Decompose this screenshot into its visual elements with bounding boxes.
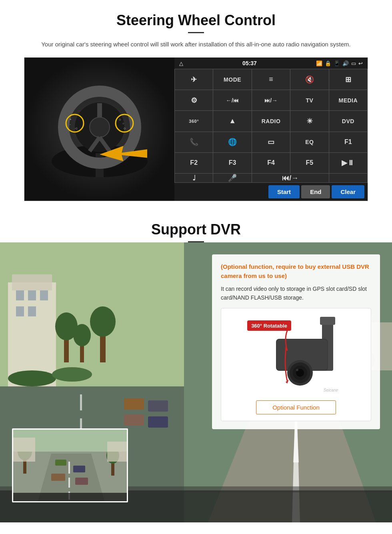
hu-settings-btn[interactable]: ⚙ [175, 90, 213, 110]
camera-svg: 360° Rotatable Seicane [244, 315, 348, 395]
headunit-statusbar: △ 05:37 📶 🔒 📱 🔊 ▭ ↩ [174, 58, 368, 69]
svg-rect-21 [16, 290, 24, 300]
svg-rect-88 [13, 493, 128, 502]
hu-skip-btn[interactable]: ⏮/→ [252, 174, 329, 182]
svg-text:360° Rotatable: 360° Rotatable [251, 323, 287, 329]
section1-title: Steering Wheel Control [24, 12, 368, 29]
hu-f5-btn[interactable]: F5 [290, 153, 328, 173]
statusbar-right-icons: 📶 🔒 📱 🔊 ▭ ↩ [316, 60, 363, 66]
hu-playpause-btn[interactable]: ▶⏸ [329, 153, 367, 173]
hu-f1-btn[interactable]: F1 [329, 132, 367, 152]
hu-eq-btn[interactable]: EQ [290, 132, 328, 152]
start-button[interactable]: Start [268, 185, 300, 198]
hu-f3-btn[interactable]: F3 [213, 153, 251, 173]
hu-prev-btn[interactable]: ←/⏮ [213, 90, 251, 110]
end-button[interactable]: End [301, 185, 330, 198]
headunit-ui-panel: △ 05:37 📶 🔒 📱 🔊 ▭ ↩ ✈ MODE ≡ 🔇 [174, 58, 368, 201]
back-icon: ↩ [358, 60, 363, 66]
lock-icon: 🔒 [325, 60, 331, 66]
statusbar-time: 05:37 [242, 60, 257, 66]
dvr-thumbnail [12, 428, 128, 502]
svg-point-31 [90, 306, 116, 337]
hu-web-btn[interactable]: 🌐 [213, 132, 251, 152]
svg-text:-: - [70, 122, 71, 126]
optional-function-button[interactable]: Optional Function [256, 400, 336, 414]
steering-wheel-inner: + - ◁ ◇ ○ ◇ [24, 58, 174, 201]
svg-rect-59 [320, 317, 335, 325]
headunit-action-bar: Start End Clear [174, 183, 368, 201]
hu-screen2-btn[interactable]: ▭ [252, 132, 290, 152]
svg-point-29 [73, 324, 91, 346]
svg-text:◇: ◇ [124, 127, 126, 130]
svg-rect-38 [124, 398, 144, 410]
section1-subtitle: Your original car's steering wheel contr… [24, 40, 368, 49]
svg-rect-77 [55, 460, 66, 466]
dvr-optional-text: (Optional function, require to buy exter… [221, 262, 371, 280]
svg-rect-80 [75, 478, 88, 485]
hu-tv-btn[interactable]: TV [290, 90, 328, 110]
svg-rect-24 [16, 306, 24, 316]
steering-wheel-svg: + - ◁ ◇ ○ ◇ [52, 81, 148, 177]
section2-title: Support DVR [0, 221, 392, 238]
dvr-content-area: (Optional function, require to buy exter… [0, 242, 392, 522]
camera-visual: 360° Rotatable Seicane [244, 315, 348, 395]
svg-text:○: ○ [122, 122, 124, 125]
svg-text:Seicane: Seicane [324, 388, 338, 392]
hu-music-btn[interactable]: ♩ [175, 174, 213, 182]
wifi-icon: 📶 [316, 60, 322, 66]
hu-360-btn[interactable]: 360° [175, 111, 213, 131]
svg-rect-75 [68, 478, 70, 488]
hu-mic-btn[interactable]: 🎤 [213, 174, 251, 182]
svg-rect-78 [73, 466, 85, 472]
svg-rect-87 [107, 442, 128, 462]
hu-dvd-btn[interactable]: DVD [329, 111, 367, 131]
svg-point-66 [296, 369, 298, 371]
svg-point-4 [90, 117, 110, 137]
hu-brightness-btn[interactable]: ☀ [290, 111, 328, 131]
home-icon: △ [179, 60, 183, 66]
svg-rect-22 [28, 290, 36, 300]
svg-rect-39 [148, 400, 168, 412]
hu-f2-btn[interactable]: F2 [175, 153, 213, 173]
hu-empty [329, 174, 367, 182]
hu-mode-btn[interactable]: MODE [213, 69, 251, 90]
screen-icon: 📱 [334, 60, 340, 66]
steering-demo-container: + - ◁ ◇ ○ ◇ △ 05:37 [24, 57, 368, 201]
svg-rect-35 [80, 394, 82, 410]
svg-rect-23 [40, 290, 48, 300]
hu-mute-btn[interactable]: 🔇 [290, 69, 328, 90]
dvr-camera-box: 360° Rotatable Seicane Optional Function [221, 308, 371, 421]
hu-eject-btn[interactable]: ▲ [213, 111, 251, 131]
headunit-button-grid: ✈ MODE ≡ 🔇 ⊞ ⚙ ←/⏮ ⏭/→ TV MEDIA 360° ▲ R… [174, 69, 368, 183]
window-icon: ▭ [351, 60, 356, 66]
hu-f4-btn[interactable]: F4 [252, 153, 290, 173]
hu-radio-btn[interactable]: RADIO [252, 111, 290, 131]
svg-rect-20 [12, 274, 52, 290]
statusbar-left-icons: △ [179, 60, 183, 66]
dvr-desc-text: It can record video only to storage in G… [221, 284, 371, 302]
clear-button[interactable]: Clear [332, 185, 364, 198]
svg-rect-40 [124, 414, 144, 426]
hu-nav-btn[interactable]: ✈ [175, 69, 213, 90]
svg-point-33 [52, 367, 92, 382]
svg-rect-41 [148, 416, 168, 428]
hu-apps-btn[interactable]: ⊞ [329, 69, 367, 90]
svg-point-32 [8, 370, 56, 386]
svg-rect-86 [13, 438, 35, 462]
volume-icon: 🔊 [342, 60, 349, 66]
steering-wheel-section: Steering Wheel Control Your original car… [0, 0, 392, 209]
steering-wheel-photo: + - ◁ ◇ ○ ◇ [24, 58, 174, 201]
svg-rect-25 [28, 306, 36, 316]
dvr-thumb-svg [13, 430, 128, 502]
svg-rect-74 [68, 462, 70, 474]
hu-phone-btn[interactable]: 📞 [175, 132, 213, 152]
hu-menu-btn[interactable]: ≡ [252, 69, 290, 90]
hu-next-btn[interactable]: ⏭/→ [252, 90, 290, 110]
svg-text:+: + [70, 118, 72, 121]
hu-media-btn[interactable]: MEDIA [329, 90, 367, 110]
section1-divider [188, 32, 204, 33]
svg-rect-79 [51, 474, 65, 481]
dvr-info-card: (Optional function, require to buy exter… [212, 254, 380, 429]
dvr-section: Support DVR [0, 209, 392, 534]
